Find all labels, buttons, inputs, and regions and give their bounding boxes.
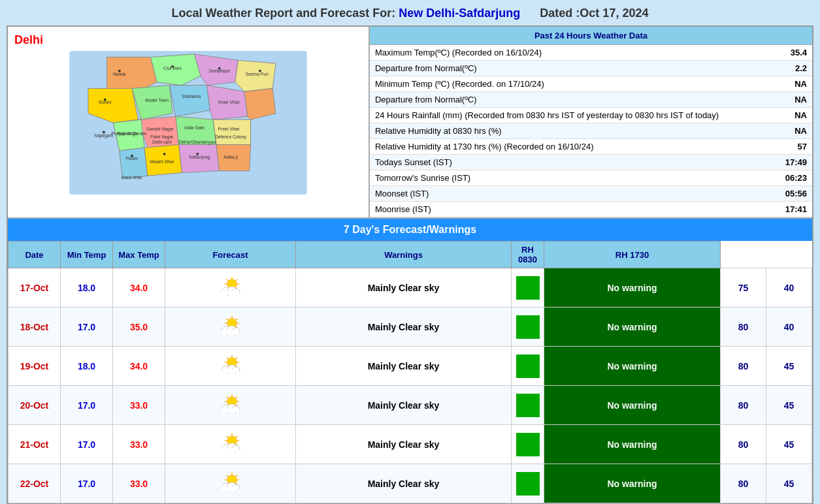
svg-point-45 [259,70,261,72]
forecast-text: Mainly Clear sky [296,307,512,347]
svg-point-46 [103,131,105,133]
forecast-row: 18-Oct 17.0 35.0 Mainly Clear sky No war… [8,307,812,347]
warning-text: No warning [544,464,721,503]
weather-label: Moonrise (IST) [370,202,768,217]
rh-0830: 80 [721,425,766,464]
svg-line-109 [236,436,237,437]
svg-line-120 [226,475,227,477]
svg-text:Defence Colony: Defence Colony [215,134,246,140]
svg-text:Delhi cant: Delhi cant [152,140,172,144]
rh-0830: 80 [721,464,766,503]
weather-row: Departure from Normal(ºC) 2.2 [370,61,812,76]
svg-text:Model Town: Model Town [145,98,169,102]
weather-value: 35.4 [768,45,812,61]
forecast-max-temp: 33.0 [113,386,165,425]
weather-label: Minimum Temp (ºC) (Recorded. on 17/10/24… [370,76,768,92]
forecast-min-temp: 18.0 [61,268,113,307]
weather-row: 24 Hours Rainfall (mm) (Recorded from 08… [370,108,812,123]
warning-color [512,268,544,307]
forecast-row: 17-Oct 18.0 34.0 Mainly Clear sky No war… [8,268,812,307]
forecast-min-temp: 17.0 [61,386,113,425]
weather-value: NA [768,92,812,108]
svg-line-122 [236,475,237,477]
weather-data-table: Maximum Temp(ºC) (Recorded on 16/10/24) … [370,45,812,217]
forecast-row: 22-Oct 17.0 33.0 Mainly Clear sky No war… [8,464,812,503]
warning-color [512,307,544,347]
weather-row: Tomorrow's Sunrise (IST) 06:23 [370,170,812,186]
svg-text:Narela: Narela [113,72,126,76]
warning-text: No warning [544,268,721,307]
warning-color [512,425,544,464]
weather-value: 17:49 [768,155,812,170]
weather-row: Moonset (IST) 05:56 [370,186,812,202]
svg-point-42 [104,99,107,101]
weather-label: Tomorrow's Sunrise (IST) [370,170,768,186]
forecast-text: Mainly Clear sky [296,268,512,307]
forecast-row: 19-Oct 18.0 34.0 Mainly Clear sky No war… [8,347,812,386]
svg-text:Seema Puri: Seema Puri [246,72,269,76]
svg-point-49 [163,153,166,155]
svg-text:Vasant Vihar: Vasant Vihar [150,159,174,164]
weather-label: Departure from Normal(ºC) [370,61,768,76]
warning-text: No warning [544,307,721,347]
forecast-icon-cell [165,386,296,425]
weather-row: Relative Humidity at 1730 hrs (%) (Recor… [370,139,812,155]
rh-1730: 40 [766,268,812,307]
forecast-date: 22-Oct [8,464,61,503]
weather-label: Relative Humidity at 1730 hrs (%) (Recor… [370,139,768,155]
rh-0830: 80 [721,386,766,425]
svg-text:Vivek Vihar: Vivek Vihar [218,100,240,104]
delhi-map: Narela Civil lines Seelampur Seema Puri … [14,51,362,195]
weather-value: NA [768,108,812,123]
forecast-title: 7 Day's Forecast/Warnings [8,219,812,241]
svg-point-47 [131,155,133,157]
forecast-section: 7 Day's Forecast/Warnings DateMin TempMa… [8,219,812,503]
rh-1730: 45 [766,386,812,425]
svg-point-44 [218,67,221,70]
rh-0830: 80 [721,307,766,347]
title-static: Local Weather Report and Forecast For: [172,7,396,20]
svg-line-107 [226,436,227,437]
weather-row: Maximum Temp(ºC) (Recorded on 16/10/24) … [370,45,812,61]
warning-text: No warning [544,347,721,386]
weather-row: Departure from Normal(ºC) NA [370,92,812,108]
weather-label: Departure from Normal(ºC) [370,92,768,108]
forecast-icon-cell [165,268,296,307]
location-name: New Delhi-Safdarjung [399,7,520,20]
svg-point-41 [118,70,121,72]
forecast-icon-cell [165,425,296,464]
forecast-date: 17-Oct [8,268,61,307]
weather-label: Todays Sunset (IST) [370,155,768,170]
forecast-max-temp: 34.0 [113,268,165,307]
rh-1730: 45 [766,347,812,386]
weather-value: 57 [768,139,812,155]
weather-value: 17:41 [768,202,812,217]
weather-row: Minimum Temp (ºC) (Recorded. on 17/10/24… [370,76,812,92]
weather-data-section: Past 24 Hours Weather Data Maximum Temp(… [370,27,812,217]
svg-rect-127 [221,487,239,491]
forecast-min-temp: 17.0 [61,307,113,347]
rh-1730: 45 [766,464,812,503]
svg-rect-101 [221,409,239,413]
weather-label: 24 Hours Rainfall (mm) (Recorded from 08… [370,108,768,123]
weather-row: Todays Sunset (IST) 17:49 [370,155,812,170]
forecast-text: Mainly Clear sky [296,386,512,425]
top-section: Delhi [8,27,812,219]
forecast-date: 19-Oct [8,347,61,386]
svg-rect-62 [221,291,239,295]
dated-label: Dated : [540,7,580,20]
forecast-max-temp: 33.0 [113,464,165,503]
forecast-col-header: RH 1730 [544,242,721,268]
forecast-date: 21-Oct [8,425,61,464]
svg-rect-75 [221,330,239,334]
forecast-table: DateMin TempMax TempForecastWarningsRH 0… [8,241,812,503]
weather-label: Maximum Temp(ºC) (Recorded on 16/10/24) [370,45,768,61]
weather-value: NA [768,123,812,139]
forecast-min-temp: 17.0 [61,464,113,503]
svg-line-94 [226,397,227,398]
forecast-text: Mainly Clear sky [296,347,512,386]
report-date: Oct 17, 2024 [580,7,648,20]
weather-row: Relative Humidity at 0830 hrs (%) NA [370,123,812,139]
warning-text: No warning [544,386,721,425]
svg-rect-114 [221,448,239,452]
